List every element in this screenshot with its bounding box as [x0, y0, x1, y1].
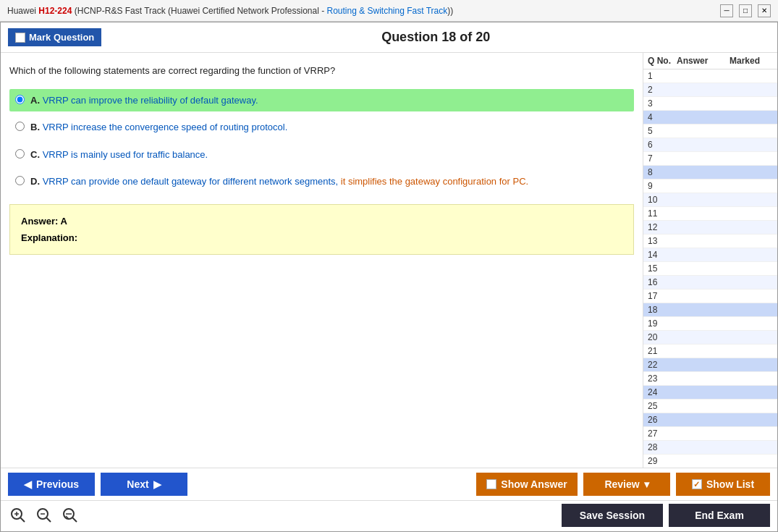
minimize-button[interactable]: ─: [720, 4, 733, 17]
table-row[interactable]: 19: [643, 317, 777, 331]
row-num: 2: [648, 85, 677, 95]
header-marked: Marked: [730, 56, 773, 66]
row-num: 13: [648, 236, 677, 246]
row-num: 18: [648, 305, 677, 315]
table-row[interactable]: 1: [643, 69, 777, 83]
next-label: Next: [127, 478, 148, 490]
table-row[interactable]: 2: [643, 83, 777, 97]
table-row[interactable]: 14: [643, 248, 777, 262]
row-num: 26: [648, 415, 677, 425]
show-answer-checkbox-icon: [486, 479, 496, 489]
row-num: 29: [648, 456, 677, 466]
show-list-button[interactable]: ✓ Show List: [676, 473, 770, 496]
row-num: 19: [648, 318, 677, 329]
left-panel: Which of the following statements are co…: [1, 53, 643, 468]
table-row[interactable]: 4: [643, 111, 777, 124]
row-num: 6: [648, 140, 677, 150]
review-label: Review: [604, 478, 639, 490]
title-rest: (HCNP-R&S Fast Track (Huawei Certified N…: [72, 6, 326, 16]
show-list-label: Show List: [706, 478, 754, 490]
right-panel: Q No. Answer Marked 12345678910111213141…: [643, 53, 777, 468]
radio-c[interactable]: [15, 149, 25, 159]
option-d[interactable]: D. VRRP can provide one default gateway …: [9, 170, 634, 193]
row-num: 20: [648, 332, 677, 342]
maximize-button[interactable]: □: [739, 4, 752, 17]
svg-line-1: [21, 518, 25, 523]
question-list[interactable]: 1234567891011121314151617181920212223242…: [643, 69, 777, 468]
review-button[interactable]: Review ▾: [583, 473, 670, 496]
close-button[interactable]: ✕: [758, 4, 771, 17]
row-num: 11: [648, 208, 677, 219]
table-row[interactable]: 29: [643, 455, 777, 468]
row-num: 15: [648, 263, 677, 274]
table-row[interactable]: 5: [643, 124, 777, 138]
row-num: 14: [648, 250, 677, 260]
table-row[interactable]: 18: [643, 303, 777, 317]
row-num: 7: [648, 153, 677, 164]
row-num: 17: [648, 291, 677, 301]
row-num: 9: [648, 181, 677, 191]
table-row[interactable]: 16: [643, 276, 777, 290]
row-num: 27: [648, 428, 677, 439]
table-row[interactable]: 11: [643, 207, 777, 221]
radio-d[interactable]: [15, 176, 25, 185]
bottom-row-2: Save Session End Exam: [1, 500, 777, 531]
table-row[interactable]: 13: [643, 235, 777, 248]
mark-checkbox-icon: [15, 33, 25, 43]
mark-question-button[interactable]: Mark Question: [8, 28, 101, 46]
table-row[interactable]: 24: [643, 386, 777, 400]
question-list-header: Q No. Answer Marked: [643, 53, 777, 69]
prev-arrow-icon: ◀: [24, 478, 32, 490]
row-num: 1: [648, 71, 677, 81]
row-num: 3: [648, 98, 677, 109]
table-row[interactable]: 17: [643, 290, 777, 303]
row-num: 10: [648, 195, 677, 205]
table-row[interactable]: 21: [643, 345, 777, 358]
table-row[interactable]: 7: [643, 152, 777, 166]
next-arrow-icon: ▶: [153, 478, 161, 490]
row-num: 28: [648, 442, 677, 452]
radio-b[interactable]: [15, 122, 25, 131]
next-button[interactable]: Next ▶: [101, 473, 187, 496]
table-row[interactable]: 20: [643, 331, 777, 345]
table-row[interactable]: 9: [643, 180, 777, 193]
table-row[interactable]: 26: [643, 413, 777, 427]
table-row[interactable]: 23: [643, 372, 777, 386]
option-c[interactable]: C. VRRP is mainly used for traffic balan…: [9, 143, 634, 166]
row-num: 12: [648, 222, 677, 232]
main-container: Mark Question Question 18 of 20 Which of…: [0, 22, 778, 532]
explanation-label: Explanation:: [21, 232, 622, 243]
row-num: 22: [648, 360, 677, 370]
table-row[interactable]: 3: [643, 97, 777, 111]
option-a[interactable]: A. VRRP can improve the reliability of d…: [9, 89, 634, 112]
table-row[interactable]: 6: [643, 138, 777, 152]
svg-line-8: [73, 518, 77, 523]
zoom-in-button[interactable]: [8, 505, 28, 525]
table-row[interactable]: 27: [643, 427, 777, 441]
zoom-reset-button[interactable]: [34, 505, 54, 525]
show-list-checkbox-icon: ✓: [692, 479, 702, 489]
end-exam-button[interactable]: End Exam: [669, 504, 770, 527]
option-b[interactable]: B. VRRP increase the convergence speed o…: [9, 116, 634, 139]
review-arrow-icon: ▾: [644, 478, 649, 490]
model-number: H12-224: [38, 6, 72, 16]
table-row[interactable]: 12: [643, 221, 777, 235]
question-title: Question 18 of 20: [101, 30, 770, 45]
brand-huawei: Huawei: [7, 6, 38, 16]
table-row[interactable]: 15: [643, 262, 777, 276]
zoom-out-button[interactable]: [60, 505, 80, 525]
table-row[interactable]: 10: [643, 193, 777, 207]
mark-question-label: Mark Question: [29, 32, 94, 43]
show-answer-button[interactable]: Show Answer: [476, 473, 578, 496]
table-row[interactable]: 22: [643, 358, 777, 372]
table-row[interactable]: 28: [643, 441, 777, 455]
radio-a[interactable]: [15, 95, 25, 104]
previous-button[interactable]: ◀ Previous: [8, 473, 95, 496]
title-bar: Huawei H12-224 (HCNP-R&S Fast Track (Hua…: [0, 0, 778, 22]
row-num: 21: [648, 346, 677, 356]
save-session-button[interactable]: Save Session: [562, 504, 663, 527]
table-row[interactable]: 25: [643, 400, 777, 413]
row-num: 4: [648, 112, 677, 122]
answer-box: Answer: A Explanation:: [9, 204, 634, 255]
table-row[interactable]: 8: [643, 166, 777, 180]
